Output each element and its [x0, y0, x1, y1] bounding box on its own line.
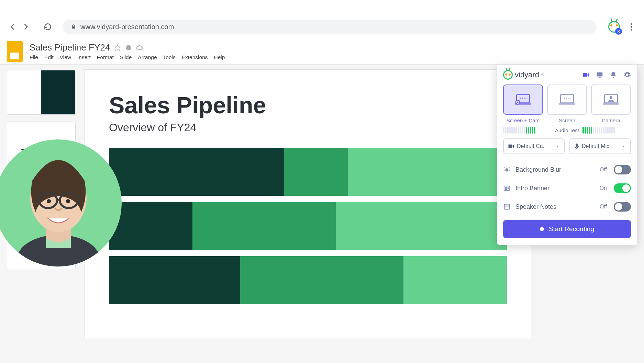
- lock-icon: [71, 24, 76, 30]
- svg-point-8: [66, 199, 70, 203]
- svg-point-34: [509, 170, 510, 171]
- vidyard-panel: vidyard® Screen + Cam Screen Camera: [497, 65, 637, 245]
- vidyard-extension-icon[interactable]: 3: [607, 20, 621, 34]
- audio-test-row: Audio Test: [503, 127, 631, 134]
- thumbnail-1[interactable]: [7, 70, 76, 115]
- svg-point-29: [505, 168, 508, 171]
- svg-point-23: [568, 98, 569, 99]
- svg-point-21: [564, 98, 565, 99]
- start-recording-button[interactable]: Start Recording: [503, 220, 631, 238]
- menu-file[interactable]: File: [30, 54, 38, 60]
- mic-select-label: Default Mic: [582, 143, 609, 149]
- menu-bar: File Edit View Insert Format Slide Arran…: [30, 54, 225, 60]
- mic-select[interactable]: Default Mic: [569, 138, 631, 154]
- bg-blur-label: Background Blur: [515, 166, 595, 173]
- svg-point-31: [509, 167, 510, 168]
- doc-header: Sales Pipeline FY24 File Edit View Inser…: [0, 38, 644, 65]
- mode-camera-label: Camera: [602, 117, 620, 123]
- svg-point-7: [47, 199, 51, 203]
- record-dot-icon: [540, 227, 544, 231]
- chevron-down-icon: [555, 144, 560, 149]
- svg-rect-20: [559, 103, 575, 104]
- audio-meter-right: [582, 127, 631, 134]
- speaker-notes-label: Speaker Notes: [515, 203, 595, 211]
- cloud-icon[interactable]: [136, 44, 143, 51]
- address-bar[interactable]: www.vidyard-presentation.com: [63, 20, 597, 34]
- svg-point-27: [610, 96, 613, 99]
- intro-banner-label: Intro Banner: [515, 185, 595, 192]
- svg-rect-9: [597, 72, 603, 77]
- svg-rect-38: [505, 205, 508, 207]
- extension-badge-count: 3: [615, 28, 622, 35]
- camera-select-label: Default Ca..: [517, 143, 546, 149]
- menu-format[interactable]: Format: [97, 54, 114, 60]
- video-icon[interactable]: [582, 71, 590, 79]
- svg-point-24: [569, 98, 570, 99]
- menu-view[interactable]: View: [60, 54, 71, 60]
- svg-point-18: [525, 98, 526, 99]
- audio-test-label: Audio Test: [555, 127, 579, 133]
- browser-menu-button[interactable]: [625, 20, 638, 33]
- intro-banner-row: Intro Banner On: [503, 179, 631, 197]
- chart-bar-1: [109, 148, 507, 196]
- svg-rect-28: [576, 144, 578, 147]
- svg-rect-19: [560, 94, 574, 103]
- svg-point-30: [504, 167, 505, 168]
- forward-button[interactable]: [19, 20, 32, 33]
- webcam-overlay[interactable]: [0, 139, 122, 266]
- speaker-notes-state: Off: [600, 204, 607, 210]
- menu-tools[interactable]: Tools: [163, 54, 176, 60]
- svg-rect-26: [603, 103, 619, 104]
- url-text: www.vidyard-presentation.com: [80, 23, 174, 31]
- menu-extensions[interactable]: Extensions: [182, 54, 208, 60]
- vidyard-wordmark: vidyard: [515, 70, 539, 79]
- menu-arrange[interactable]: Arrange: [138, 54, 157, 60]
- mode-camera[interactable]: Camera: [591, 84, 631, 123]
- blur-icon: [503, 166, 511, 173]
- bg-blur-toggle[interactable]: [614, 165, 631, 174]
- svg-point-36: [505, 187, 507, 189]
- chart-bar-2: [109, 202, 507, 250]
- menu-edit[interactable]: Edit: [44, 54, 54, 60]
- menu-help[interactable]: Help: [214, 54, 225, 60]
- mode-screen-cam[interactable]: Screen + Cam: [503, 84, 543, 123]
- menu-insert[interactable]: Insert: [77, 54, 91, 60]
- vidyard-logo: vidyard®: [503, 70, 544, 80]
- audio-meter-left: [503, 127, 552, 134]
- svg-rect-10: [599, 77, 601, 78]
- speaker-notes-toggle[interactable]: [614, 202, 631, 212]
- mode-screen-label: Screen: [559, 117, 575, 123]
- drive-icon[interactable]: [125, 44, 132, 51]
- mic-icon: [574, 143, 579, 149]
- svg-point-15: [520, 98, 521, 99]
- bell-icon[interactable]: [610, 71, 617, 79]
- reload-button[interactable]: [41, 20, 54, 33]
- bg-blur-state: Off: [600, 167, 607, 173]
- svg-point-22: [566, 98, 567, 99]
- notes-icon: [503, 203, 511, 211]
- chart-bar-3: [109, 256, 507, 304]
- doc-title[interactable]: Sales Pipeline FY24: [30, 42, 110, 53]
- back-button[interactable]: [6, 20, 19, 33]
- mode-screen[interactable]: Screen: [547, 84, 587, 123]
- gear-icon[interactable]: [623, 71, 631, 79]
- camera-select[interactable]: Default Ca..: [503, 138, 565, 154]
- speaker-notes-row: Speaker Notes Off: [503, 197, 631, 216]
- banner-icon: [503, 184, 511, 192]
- svg-point-33: [504, 170, 505, 171]
- slides-logo-icon[interactable]: [7, 41, 23, 62]
- intro-banner-state: On: [600, 185, 607, 191]
- intro-banner-toggle[interactable]: [614, 183, 631, 193]
- menu-slide[interactable]: Slide: [120, 54, 132, 60]
- slide-canvas[interactable]: Sales Pipeline Overview of FY24: [85, 69, 531, 338]
- svg-point-16: [522, 98, 523, 99]
- mode-screen-cam-label: Screen + Cam: [507, 117, 540, 123]
- screen-share-icon[interactable]: [596, 71, 603, 79]
- svg-point-32: [507, 166, 508, 167]
- chevron-down-icon: [621, 144, 626, 149]
- browser-toolbar: www.vidyard-presentation.com 3: [0, 15, 644, 38]
- start-recording-label: Start Recording: [549, 225, 594, 233]
- slide-subtitle: Overview of FY24: [109, 121, 507, 134]
- svg-point-17: [524, 98, 525, 99]
- star-icon[interactable]: [114, 44, 121, 51]
